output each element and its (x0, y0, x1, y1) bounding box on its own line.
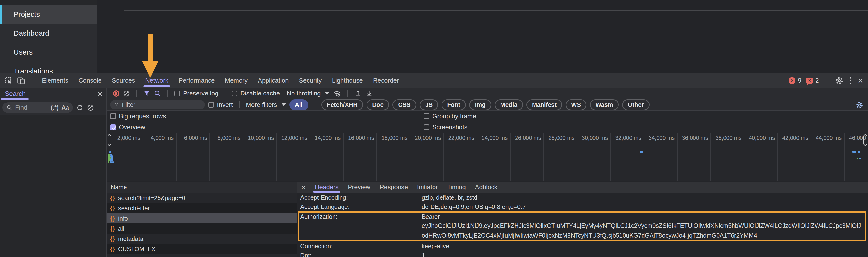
overview-checkbox[interactable] (110, 124, 116, 130)
screenshots-checkbox[interactable] (424, 124, 429, 130)
filter-chip-other[interactable]: Other (622, 99, 650, 110)
more-filters-select[interactable]: More filters (246, 101, 286, 109)
record-network-log-icon[interactable] (113, 90, 119, 97)
filter-input-pill (110, 100, 205, 109)
timeline-gridline (410, 133, 410, 181)
screenshots-label: Screenshots (432, 123, 467, 131)
sidebar-item-dashboard[interactable]: Dashboard (0, 24, 97, 43)
close-devtools-icon[interactable]: × (858, 76, 863, 85)
sidebar-item-translations[interactable]: Translations (0, 62, 97, 73)
request-row-info[interactable]: {}info (107, 213, 297, 224)
details-tab-response[interactable]: Response (375, 182, 412, 193)
details-tab-headers[interactable]: Headers (310, 182, 343, 193)
tab-performance[interactable]: Performance (174, 74, 220, 88)
filter-chip-css[interactable]: CSS (393, 99, 416, 110)
filter-chip-manifest[interactable]: Manifest (526, 99, 562, 110)
match-case-toggle[interactable]: Aa (61, 104, 69, 111)
chevron-down-icon (282, 104, 286, 106)
request-row-custom-fx[interactable]: {}CUSTOM_FX (107, 244, 297, 254)
fetch-xhr-icon: {} (110, 246, 115, 252)
request-row-all[interactable]: {}all (107, 224, 297, 234)
header-value: 1 (422, 252, 868, 257)
error-icon: × (788, 77, 796, 84)
sidebar-item-users[interactable]: Users (0, 43, 97, 62)
tab-search[interactable]: Search (0, 88, 31, 100)
console-errors-badge[interactable]: × 9 (788, 77, 801, 84)
tab-elements[interactable]: Elements (37, 74, 73, 88)
name-column-header[interactable]: Name (107, 182, 297, 193)
tab-recorder[interactable]: Recorder (368, 74, 404, 88)
tab-console[interactable]: Console (73, 74, 106, 88)
device-toolbar-icon[interactable] (17, 77, 25, 85)
search-panel: Search × (.*) Aa (0, 88, 107, 257)
filter-chip-media[interactable]: Media (495, 99, 523, 110)
app-sidebar: ProjectsDashboardUsersTranslations (0, 0, 97, 73)
request-row-metadata[interactable]: {}metadata (107, 234, 297, 244)
details-tab-timing[interactable]: Timing (442, 182, 470, 193)
find-input[interactable] (15, 104, 48, 111)
invert-filter-checkbox[interactable] (208, 102, 214, 108)
timeline-gridline (744, 133, 744, 181)
overview-window-handle-left[interactable] (107, 134, 112, 145)
filter-funnel-icon[interactable] (143, 90, 151, 97)
preserve-log-checkbox[interactable] (174, 91, 180, 96)
tab-application[interactable]: Application (253, 74, 294, 88)
request-row-search-limit-25-page-0[interactable]: {}search?limit=25&page=0 (107, 193, 297, 203)
request-name: metadata (118, 235, 144, 242)
export-har-icon[interactable] (365, 90, 373, 97)
request-details-pane: × HeadersPreviewResponseInitiatorTimingA… (297, 182, 868, 257)
tab-security[interactable]: Security (294, 74, 327, 88)
fetch-xhr-icon: {} (110, 225, 115, 232)
timeline-gridline (276, 133, 277, 181)
sidebar-item-projects[interactable]: Projects (0, 5, 97, 24)
clear-network-log-icon[interactable] (123, 90, 130, 97)
clear-search-icon[interactable] (87, 104, 94, 111)
filter-chip-font[interactable]: Font (441, 99, 466, 110)
timeline-gridline (577, 133, 578, 181)
timeline-tick-label: 42,000 ms (782, 135, 808, 141)
toolbar-divider (136, 90, 137, 97)
details-tab-adblock[interactable]: Adblock (470, 182, 502, 193)
header-row-accept-language: Accept-Language:de-DE,de;q=0.9,en-US;q=0… (297, 202, 868, 211)
refresh-icon[interactable] (76, 104, 84, 111)
network-settings-gear-icon[interactable] (856, 101, 864, 109)
more-options-kebab-icon[interactable] (848, 77, 853, 84)
filter-input[interactable] (122, 101, 202, 108)
details-tab-preview[interactable]: Preview (343, 182, 375, 193)
close-search-panel-icon[interactable]: × (98, 89, 103, 98)
tab-lighthouse[interactable]: Lighthouse (327, 74, 368, 88)
filter-chip-img[interactable]: Img (469, 99, 491, 110)
filter-chip-ws[interactable]: WS (565, 99, 586, 110)
timeline-tick-label: 32,000 ms (615, 135, 641, 141)
big-request-rows-label: Big request rows (119, 112, 166, 120)
network-conditions-icon[interactable] (333, 89, 341, 98)
throttling-select[interactable]: No throttling (287, 90, 330, 97)
filter-chip-fetch-xhr[interactable]: Fetch/XHR (321, 99, 363, 110)
request-row-groups[interactable]: {}groups (107, 254, 297, 257)
inspect-element-icon[interactable] (4, 77, 12, 85)
overview-window-handle-right[interactable] (863, 134, 867, 145)
settings-gear-icon[interactable] (835, 76, 844, 85)
issues-badge[interactable]: × 2 (806, 77, 819, 84)
close-details-icon[interactable]: × (301, 183, 306, 191)
filter-chip-all[interactable]: All (289, 99, 308, 110)
request-row-searchfilter[interactable]: {}searchFilter (107, 203, 297, 213)
request-name: searchFilter (118, 205, 150, 212)
overview-bar-blue (110, 153, 113, 155)
filter-chip-wasm[interactable]: Wasm (590, 99, 619, 110)
big-request-rows-checkbox[interactable] (110, 113, 116, 119)
group-by-frame-checkbox[interactable] (424, 113, 429, 119)
network-options-row-1: Big request rows Group by frame (107, 111, 868, 122)
regex-toggle[interactable]: (.*) (51, 104, 59, 111)
tab-memory[interactable]: Memory (220, 74, 253, 88)
import-har-icon[interactable] (354, 90, 362, 97)
header-value: Bearer (422, 213, 865, 220)
header-value: gzip, deflate, br, zstd (422, 194, 868, 201)
search-network-icon[interactable] (154, 90, 161, 97)
disable-cache-checkbox[interactable] (231, 91, 238, 96)
tab-sources[interactable]: Sources (107, 74, 140, 88)
filter-chip-js[interactable]: JS (420, 99, 438, 110)
overview-bar-green (107, 161, 110, 163)
details-tab-initiator[interactable]: Initiator (413, 182, 442, 193)
filter-chip-doc[interactable]: Doc (367, 99, 389, 110)
